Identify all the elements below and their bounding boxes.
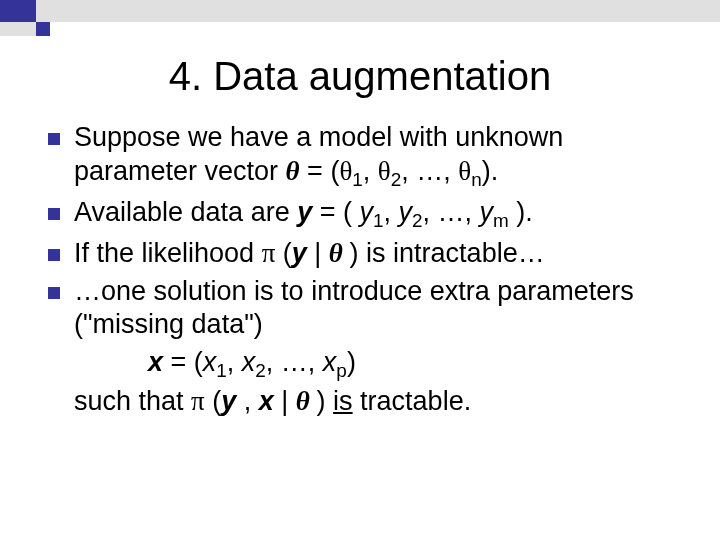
b3-y: y xyxy=(292,238,307,268)
b4c-f: tractable. xyxy=(353,386,472,416)
b2-ym: y xyxy=(480,197,494,227)
b4-id: ) xyxy=(347,347,356,377)
b1-s2: 2 xyxy=(391,169,402,190)
b4-ic: , …, xyxy=(266,347,323,377)
b4c-y: y xyxy=(221,386,244,416)
b4-text-a: …one solution is to introduce extra para… xyxy=(74,276,634,340)
b3-text-a: If the likelihood xyxy=(74,238,262,268)
b2-text-b: = ( xyxy=(312,197,359,227)
b3-theta: θ xyxy=(329,238,350,268)
b1-s1: 1 xyxy=(352,169,363,190)
b4-ia: = ( xyxy=(163,347,203,377)
b2-y2: y xyxy=(399,197,413,227)
accent-top-bar xyxy=(0,0,720,22)
b4c-is: is xyxy=(333,386,353,416)
slide-body: Suppose we have a model with unknown par… xyxy=(0,121,720,419)
b4-x1: x xyxy=(203,347,217,377)
b3-text-b: ( xyxy=(275,238,292,268)
bullet-2: Available data are y = ( y1, y2, …, ym )… xyxy=(48,196,682,233)
b4-ib: , xyxy=(227,347,242,377)
b4c-x: x xyxy=(259,386,274,416)
b1-t1: θ xyxy=(339,156,352,186)
b4-sp: p xyxy=(336,360,347,381)
b1-text-d: , …, xyxy=(401,156,458,186)
bullet-4-continue: such that π (y , x | θ ) is tractable. xyxy=(74,385,682,419)
bullet-icon xyxy=(48,249,60,261)
b1-text-c: , xyxy=(363,156,378,186)
bullet-4: …one solution is to introduce extra para… xyxy=(48,275,682,343)
b3-text-d: ) is intractable… xyxy=(350,238,545,268)
bullet-4-indent: x = (x1, x2, …, xp) xyxy=(148,346,682,383)
accent-mid-bar xyxy=(0,22,720,36)
b1-theta: θ xyxy=(286,156,300,186)
b2-sm: m xyxy=(493,210,509,231)
b4c-a: such that xyxy=(74,386,191,416)
b4-s1: 1 xyxy=(216,360,227,381)
bullet-icon xyxy=(48,133,60,145)
b3-pi: π xyxy=(262,238,276,268)
b4c-b: ( xyxy=(205,386,222,416)
bullet-icon xyxy=(48,208,60,220)
b4-s2: 2 xyxy=(255,360,266,381)
b2-text-c: , xyxy=(383,197,398,227)
b4-x2: x xyxy=(242,347,256,377)
b3-text-c: | xyxy=(307,238,329,268)
b1-tn: θ xyxy=(458,156,471,186)
b4c-pi: π xyxy=(191,386,205,416)
b4-x: x xyxy=(148,347,163,377)
bullet-1: Suppose we have a model with unknown par… xyxy=(48,121,682,192)
b1-t2: θ xyxy=(378,156,391,186)
b4-xp: x xyxy=(323,347,337,377)
b2-s1: 1 xyxy=(373,210,384,231)
b2-y1: y xyxy=(359,197,373,227)
bullet-3: If the likelihood π (y | θ ) is intracta… xyxy=(48,237,682,271)
b1-text-e: ). xyxy=(482,156,499,186)
b2-text-d: , …, xyxy=(423,197,480,227)
b2-y: y xyxy=(297,197,312,227)
bullet-icon xyxy=(48,287,60,299)
slide: 4. Data augmentation Suppose we have a m… xyxy=(0,0,720,540)
slide-title: 4. Data augmentation xyxy=(0,54,720,99)
b2-s2: 2 xyxy=(412,210,423,231)
b1-sn: n xyxy=(471,169,482,190)
b4c-theta: θ xyxy=(296,386,317,416)
b4c-c: , xyxy=(244,386,259,416)
b4c-e: ) xyxy=(317,386,334,416)
b2-text-a: Available data are xyxy=(74,197,297,227)
b4c-d: | xyxy=(274,386,296,416)
b1-text-b: = ( xyxy=(300,156,340,186)
b2-text-e: ). xyxy=(509,197,533,227)
